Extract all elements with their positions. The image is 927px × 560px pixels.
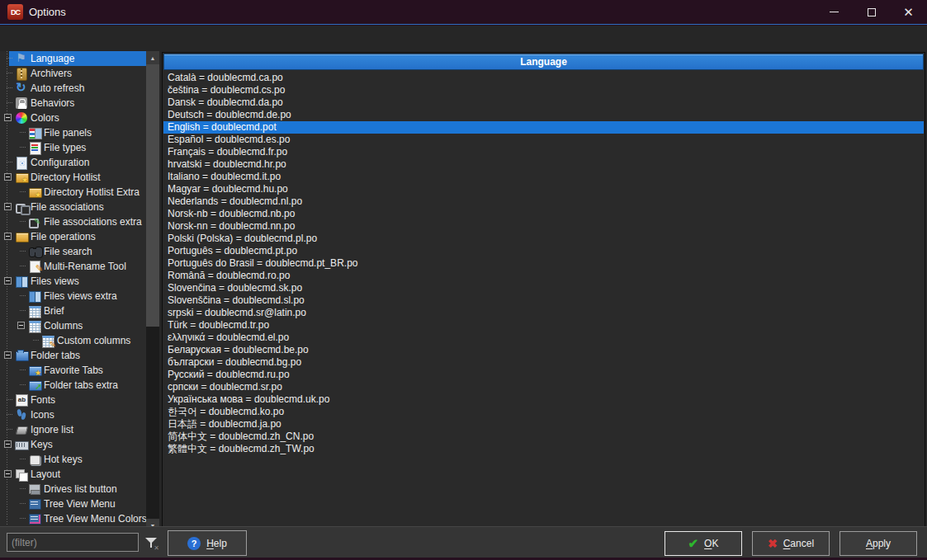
- language-list-item[interactable]: Беларуская = doublecmd.be.po: [163, 344, 924, 356]
- language-list-item[interactable]: ελληνικά = doublecmd.el.po: [163, 332, 924, 344]
- language-list-item[interactable]: Русский = doublecmd.ru.po: [163, 369, 924, 381]
- flag-icon: [15, 52, 28, 65]
- tree-item-archivers[interactable]: Archivers: [0, 66, 146, 81]
- collapse-minus-icon[interactable]: [4, 277, 12, 285]
- language-list-item[interactable]: English = doublecmd.pot: [163, 121, 924, 134]
- language-list-item[interactable]: Magyar = doublecmd.hu.po: [163, 183, 924, 195]
- tree-item-icons[interactable]: Icons: [0, 407, 146, 422]
- tree-item-tree-view-menu-colors[interactable]: Tree View Menu Colors: [0, 511, 146, 526]
- language-list-item[interactable]: Nederlands = doublecmd.nl.po: [163, 195, 924, 208]
- tree-item-fonts[interactable]: Fonts: [0, 393, 146, 407]
- language-list-item[interactable]: Română = doublecmd.ro.po: [163, 270, 924, 282]
- tree-item-label: File types: [44, 142, 86, 153]
- tree-item-directory-hotlist[interactable]: Directory Hotlist: [0, 170, 146, 185]
- language-list-item[interactable]: Català = doublecmd.ca.po: [163, 72, 924, 84]
- tree-item-favorite-tabs[interactable]: Favorite Tabs: [0, 363, 146, 378]
- language-list-item[interactable]: hrvatski = doublecmd.hr.po: [163, 158, 924, 171]
- tree-item-hot-keys[interactable]: Hot keys: [0, 452, 146, 467]
- tree-item-layout[interactable]: Layout: [0, 467, 146, 482]
- collapse-minus-icon[interactable]: [17, 322, 25, 329]
- apply-button[interactable]: Apply: [840, 531, 917, 556]
- tree-item-files-views[interactable]: Files views: [0, 274, 146, 289]
- collapse-minus-icon[interactable]: [4, 114, 12, 121]
- cancel-button[interactable]: ✖ Cancel: [752, 531, 830, 556]
- tree-item-label: Columns: [44, 320, 83, 332]
- tree-item-columns[interactable]: Columns: [0, 318, 146, 333]
- tree-item-behaviors[interactable]: Behaviors: [0, 96, 146, 111]
- language-list-item[interactable]: Português = doublecmd.pt.po: [163, 245, 924, 257]
- language-list-item[interactable]: 한국어 = doublecmd.ko.po: [163, 406, 924, 418]
- ok-button[interactable]: ✔ OK: [665, 531, 742, 556]
- language-list-item[interactable]: 简体中文 = doublecmd.zh_CN.po: [163, 431, 924, 443]
- fonts-icon: [15, 393, 28, 407]
- language-list-item[interactable]: Norsk-nb = doublecmd.nb.po: [163, 208, 924, 220]
- tree-item-folder-tabs-extra[interactable]: Folder tabs extra: [0, 378, 146, 393]
- tree-item-custom-columns[interactable]: Custom columns: [0, 333, 146, 348]
- expander-slot: [2, 170, 15, 185]
- tree-item-directory-hotlist-extra[interactable]: Directory Hotlist Extra: [0, 185, 146, 200]
- tree-item-label: Ignore list: [31, 424, 73, 435]
- collapse-minus-icon[interactable]: [4, 440, 12, 448]
- collapse-minus-icon[interactable]: [4, 173, 12, 181]
- collapse-minus-icon[interactable]: [4, 203, 12, 210]
- tree-item-file-associations-extra[interactable]: File associations extra: [0, 214, 146, 229]
- collapse-minus-icon[interactable]: [4, 470, 12, 478]
- tree-item-file-types[interactable]: File types: [0, 140, 146, 155]
- language-list-item[interactable]: Slovenščina = doublecmd.sl.po: [163, 294, 924, 307]
- tree-item-files-views-extra[interactable]: Files views extra: [0, 289, 146, 304]
- tree-item-label: Folder tabs extra: [44, 379, 118, 391]
- folder-tabs-icon: [15, 349, 28, 362]
- language-list-item[interactable]: Español = doublecmd.es.po: [163, 134, 924, 146]
- vertical-scrollbar-thumb[interactable]: [146, 64, 159, 327]
- tree-item-label: Keys: [31, 439, 53, 450]
- language-list-item[interactable]: srpski = doublecmd.sr@latin.po: [163, 307, 924, 319]
- language-list-item[interactable]: български = doublecmd.bg.po: [163, 356, 924, 369]
- language-list-item[interactable]: Français = doublecmd.fr.po: [163, 146, 924, 158]
- tree-item-language[interactable]: Language: [0, 51, 146, 66]
- tree-item-drives-list-button[interactable]: Drives list button: [0, 482, 146, 496]
- tree-item-ignore-list[interactable]: Ignore list: [0, 422, 146, 437]
- tree-item-label: Brief: [44, 305, 64, 317]
- tree-item-keys[interactable]: Keys: [0, 437, 146, 452]
- collapse-minus-icon[interactable]: [4, 233, 12, 240]
- tree-item-brief[interactable]: Brief: [0, 304, 146, 318]
- filter-input[interactable]: [7, 533, 139, 552]
- tree-item-configuration[interactable]: Configuration: [0, 155, 146, 170]
- tree-item-tree-view-menu[interactable]: Tree View Menu: [0, 496, 146, 511]
- tree-connector: [15, 244, 28, 259]
- maximize-button[interactable]: [853, 0, 890, 24]
- tree-item-label: Files views extra: [44, 290, 117, 302]
- tree-connector: [2, 81, 15, 96]
- scroll-up-icon[interactable]: ▲: [146, 51, 159, 64]
- language-list-item[interactable]: Polski (Polska) = doublecmd.pl.po: [163, 233, 924, 245]
- language-list-item[interactable]: čeština = doublecmd.cs.po: [163, 84, 924, 96]
- language-list-item[interactable]: Norsk-nn = doublecmd.nn.po: [163, 220, 924, 233]
- tree-item-folder-tabs[interactable]: Folder tabs: [0, 348, 146, 363]
- language-list-item[interactable]: 繁體中文 = doublecmd.zh_TW.po: [163, 443, 924, 455]
- tree-connector: [28, 333, 41, 348]
- language-list-item[interactable]: Dansk = doublecmd.da.po: [163, 96, 924, 109]
- tree-item-file-search[interactable]: File search: [0, 244, 146, 259]
- tree-item-multi-rename-tool[interactable]: Multi-Rename Tool: [0, 259, 146, 274]
- language-list-item[interactable]: 日本語 = doublecmd.ja.po: [163, 418, 924, 431]
- tree-connector: [15, 214, 28, 229]
- tree-item-file-panels[interactable]: File panels: [0, 125, 146, 140]
- tree-item-auto-refresh[interactable]: Auto refresh: [0, 81, 146, 96]
- tree-item-file-associations[interactable]: File associations: [0, 200, 146, 214]
- language-list-item[interactable]: Türk = doublecmd.tr.po: [163, 319, 924, 332]
- tree-vertical-scrollbar[interactable]: ▲ ▼: [146, 51, 159, 532]
- language-list-item[interactable]: Português do Brasil = doublecmd.pt_BR.po: [163, 257, 924, 270]
- folder-open-icon: [15, 230, 28, 243]
- minimize-button[interactable]: [816, 0, 853, 24]
- tree-item-file-operations[interactable]: File operations: [0, 229, 146, 244]
- language-list-item[interactable]: Italiano = doublecmd.it.po: [163, 171, 924, 183]
- language-list-item[interactable]: Slovenčina = doublecmd.sk.po: [163, 282, 924, 294]
- close-button[interactable]: ✕: [890, 0, 927, 24]
- help-button[interactable]: ? Help: [168, 530, 247, 556]
- language-list-item[interactable]: српски = doublecmd.sr.po: [163, 381, 924, 393]
- language-list-item[interactable]: Deutsch = doublecmd.de.po: [163, 109, 924, 121]
- language-list-item[interactable]: Українська мова = doublecmd.uk.po: [163, 393, 924, 406]
- tree-item-colors[interactable]: Colors: [0, 111, 146, 125]
- filter-button[interactable]: ✕: [141, 534, 160, 552]
- collapse-minus-icon[interactable]: [4, 351, 12, 359]
